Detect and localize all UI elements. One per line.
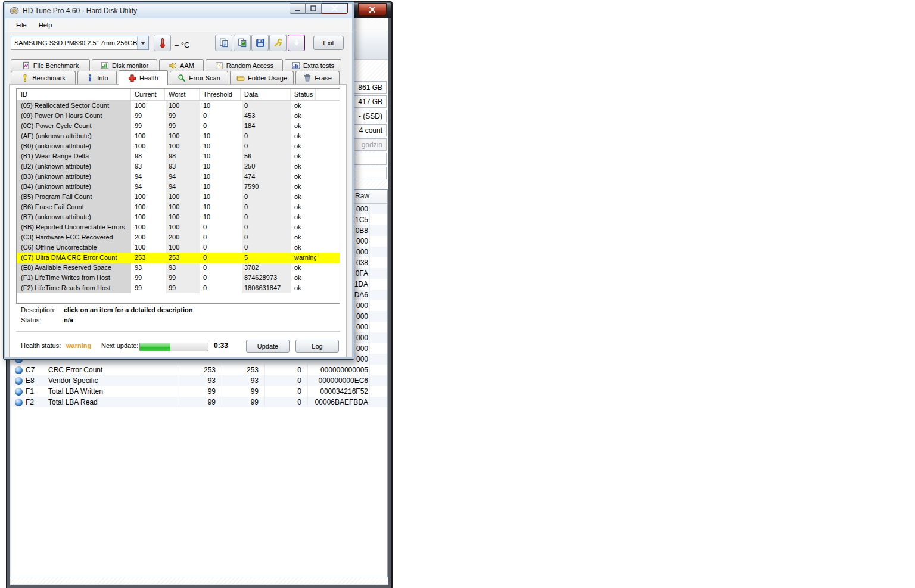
menu-help[interactable]: Help	[33, 18, 58, 32]
health-row-05[interactable]: (05) Reallocated Sector Count100100100ok	[17, 101, 340, 111]
cell: (05) Reallocated Sector Count	[17, 101, 131, 111]
bg-smart-row-C7[interactable]: C7CRC Error Count2532530000000000005	[11, 365, 387, 375]
cell: ok	[292, 101, 316, 111]
tab-folder-usage[interactable]: Folder Usage	[230, 71, 294, 84]
health-row-b3[interactable]: (B3) (unknown attribute)949410474ok	[17, 172, 340, 182]
temperature-button[interactable]	[154, 35, 171, 51]
tab-health[interactable]: Health	[119, 70, 168, 85]
cell: 0	[242, 202, 291, 212]
health-row-e8[interactable]: (E8) Available Reserved Space939303782ok	[17, 263, 340, 273]
cell: 0	[242, 212, 291, 222]
cell: (C7) Ultra DMA CRC Error Count	[17, 253, 131, 263]
status-label: Status:	[21, 316, 63, 323]
column-header-data[interactable]: Data	[242, 89, 291, 100]
column-header-worst[interactable]: Worst	[166, 89, 200, 100]
cell: 0	[201, 121, 241, 131]
health-row-c6[interactable]: (C6) Offline Uncorrectable10010000ok	[17, 242, 340, 253]
cell: ok	[292, 111, 316, 121]
health-tab-page: IDCurrentWorstThresholdDataStatus (05) R…	[9, 84, 347, 357]
column-header-status[interactable]: Status	[292, 89, 316, 100]
health-row-b5[interactable]: (B5) Program Fail Count100100100ok	[17, 192, 340, 202]
dropdown-button[interactable]	[137, 36, 148, 49]
tab-file-benchmark[interactable]: File Benchmark	[11, 59, 90, 71]
cell: 253	[166, 253, 200, 263]
save-button[interactable]	[251, 35, 269, 51]
tab-disk-monitor[interactable]: Disk monitor	[92, 59, 157, 71]
description-label: Description:	[21, 306, 63, 313]
health-row-09[interactable]: (09) Power On Hours Count99990453ok	[17, 111, 340, 121]
cell: 253	[179, 365, 222, 375]
background-close-button[interactable]	[358, 3, 387, 16]
health-row-af[interactable]: (AF) (unknown attribute)100100100ok	[17, 131, 340, 141]
close-button[interactable]	[322, 3, 348, 14]
tab-random-access[interactable]: Random Access	[206, 59, 283, 71]
tab-label: Disk monitor	[112, 62, 148, 69]
health-status-label: Health status:	[21, 342, 61, 349]
health-row-bb[interactable]: (BB) Reported Uncorrectable Errors100100…	[17, 222, 340, 232]
cell: 1806631847	[242, 283, 291, 293]
exit-button[interactable]: Exit	[313, 36, 344, 50]
cell: 0	[201, 283, 241, 293]
minimize-button[interactable]	[290, 3, 306, 14]
cell: 99	[132, 283, 165, 293]
tab-aam[interactable]: AAM	[159, 59, 204, 71]
cell: 0	[201, 232, 241, 242]
cell: (F2) LifeTime Reads from Host	[17, 283, 131, 293]
cell: 0	[242, 101, 291, 111]
health-row-0c[interactable]: (0C) Power Cycle Count99990184ok	[17, 121, 340, 131]
health-row-f1[interactable]: (F1) LifeTime Writes from Host9999087462…	[17, 273, 340, 283]
info-icon	[86, 74, 94, 82]
countdown-value: 0:33	[214, 341, 228, 350]
options-button[interactable]	[269, 35, 287, 51]
column-header-current[interactable]: Current	[132, 89, 165, 100]
health-cross-icon	[128, 74, 136, 82]
tab-label: Erase	[315, 74, 332, 82]
update-button[interactable]: Update	[246, 340, 290, 353]
health-row-b1[interactable]: (B1) Wear Range Delta98981056ok	[17, 151, 340, 161]
health-row-b6[interactable]: (B6) Erase Fail Count100100100ok	[17, 202, 340, 212]
tab-extra-tests[interactable]: Extra tests	[285, 59, 341, 71]
raw-column-header[interactable]: Raw	[355, 192, 369, 200]
cell: 184	[242, 121, 291, 131]
copy-text-button[interactable]	[215, 35, 232, 51]
menu-file[interactable]: File	[10, 18, 33, 32]
cell: 100	[132, 212, 165, 222]
capture-button[interactable]	[288, 35, 305, 51]
disk-monitor-icon	[101, 61, 109, 70]
health-row-b4[interactable]: (B4) (unknown attribute)9494107590ok	[17, 182, 340, 192]
tab-error-scan[interactable]: Error Scan	[170, 71, 228, 84]
cell: (B5) Program Fail Count	[17, 192, 131, 202]
drive-select[interactable]: SAMSUNG SSD PM830 2.5" 7mm 256GB	[11, 36, 149, 50]
bg-smart-row-E8[interactable]: E8Vendor Specific93930000000000EC6	[11, 375, 387, 386]
cell: 100	[132, 101, 165, 111]
cell: 93	[166, 161, 200, 172]
health-row-c3[interactable]: (C3) Hardware ECC Recovered20020000ok	[17, 232, 340, 242]
cell: 98	[166, 151, 200, 161]
wrench-icon	[273, 38, 283, 48]
tab-info[interactable]: Info	[77, 71, 117, 84]
cell: 94	[132, 172, 165, 182]
health-row-b7[interactable]: (B7) (unknown attribute)100100100ok	[17, 212, 340, 222]
health-row-b0[interactable]: (B0) (unknown attribute)100100100ok	[17, 141, 340, 151]
health-row-b2[interactable]: (B2) (unknown attribute)939310250ok	[17, 161, 340, 172]
column-header-id[interactable]: ID	[17, 89, 131, 100]
tab-erase[interactable]: Erase	[295, 71, 340, 84]
cell: 99	[222, 397, 265, 407]
column-header-threshold[interactable]: Threshold	[201, 89, 241, 100]
cell: 93	[132, 161, 165, 172]
log-button[interactable]: Log	[295, 340, 339, 353]
health-row-f2[interactable]: (F2) LifeTime Reads from Host99990180663…	[17, 283, 340, 293]
cell: F1	[26, 386, 48, 397]
cell: (B7) (unknown attribute)	[17, 212, 131, 222]
health-row-c7[interactable]: (C7) Ultra DMA CRC Error Count25325305wa…	[17, 253, 340, 263]
maximize-button[interactable]	[306, 3, 322, 14]
tab-benchmark[interactable]: Benchmark	[11, 71, 76, 84]
app-icon	[10, 6, 19, 15]
cell: 0	[201, 242, 241, 253]
copy-text-icon	[219, 38, 229, 48]
bg-smart-row-F1[interactable]: F1Total LBA Written99990000034216F52	[11, 386, 387, 397]
copy-image-button[interactable]	[234, 35, 251, 51]
cell: 0	[242, 222, 291, 232]
description-value: click on an item for a detailed descript…	[64, 306, 192, 313]
bg-smart-row-F2[interactable]: F2Total LBA Read9999000006BAEFBDA	[11, 397, 387, 407]
